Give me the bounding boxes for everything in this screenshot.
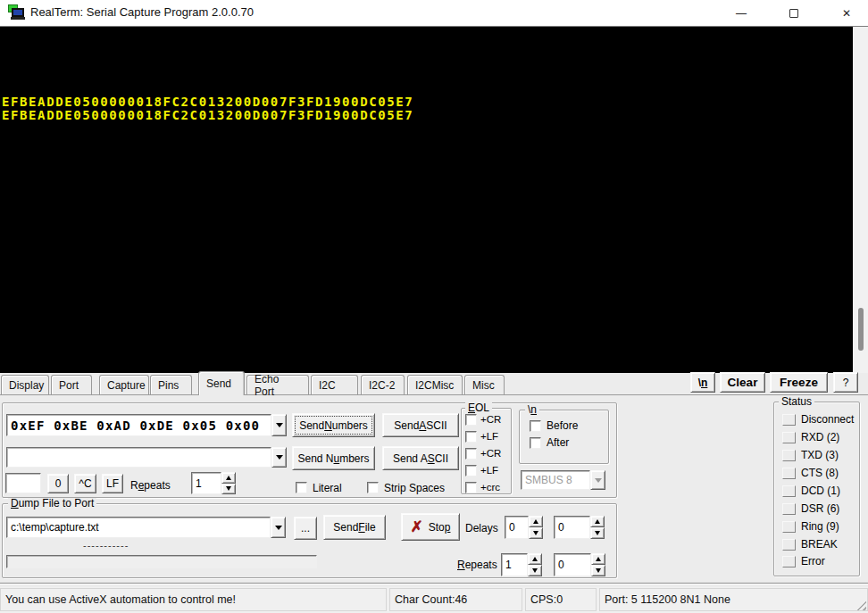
delay-value-2[interactable]: 0 xyxy=(554,516,590,539)
strip-spaces-label[interactable]: Strip Spaces xyxy=(384,482,445,494)
combo-dropdown-button[interactable] xyxy=(271,447,287,468)
literal-checkbox[interactable] xyxy=(296,482,307,493)
smbus-value: SMBUS 8 xyxy=(521,470,590,490)
eol-cr2-label[interactable]: +CR xyxy=(480,448,501,459)
eol-crc-label[interactable]: +crc xyxy=(480,482,500,493)
dcd-led xyxy=(782,485,796,497)
dump-file-value[interactable]: c:\temp\capture.txt xyxy=(6,517,271,538)
tab-capture[interactable]: Capture xyxy=(99,375,149,394)
literal-label[interactable]: Literal xyxy=(313,482,342,494)
delay-stepper-1[interactable]: 0 xyxy=(505,516,543,539)
maximize-button[interactable] xyxy=(773,0,814,26)
send-ascii-combo[interactable] xyxy=(6,447,287,468)
send-file-button[interactable]: Send File xyxy=(323,515,386,540)
send-zero-button[interactable]: 0 xyxy=(47,474,69,493)
send-numbers-button-2[interactable]: Send Numbers xyxy=(292,446,375,470)
stop-button[interactable]: ✗ Stop xyxy=(401,513,460,541)
send-numbers-button-1[interactable]: Send Numbers xyxy=(292,413,375,437)
chevron-down-icon xyxy=(275,526,282,530)
combo-dropdown-button xyxy=(590,470,605,490)
spin-up-icon[interactable] xyxy=(529,516,543,527)
send-numbers-value[interactable]: 0xEF 0xBE 0xAD 0xDE 0x05 0x00 xyxy=(6,414,271,436)
spin-down-icon[interactable] xyxy=(591,565,605,576)
statusbar-cps: CPS:0 xyxy=(525,588,597,611)
eol-lf2-label[interactable]: +LF xyxy=(480,465,498,476)
dump-file-combo[interactable]: c:\temp\capture.txt xyxy=(6,517,286,538)
spin-down-icon[interactable] xyxy=(590,527,605,539)
tab-misc[interactable]: Misc xyxy=(464,375,505,394)
tab-send[interactable]: Send xyxy=(198,371,245,395)
browse-button[interactable]: ... xyxy=(294,517,317,540)
send-ascii-value[interactable] xyxy=(6,447,271,468)
dsr-led xyxy=(782,503,796,515)
delay-value-1[interactable]: 0 xyxy=(505,516,529,539)
eol-group-label: EOL xyxy=(465,402,492,413)
spin-down-icon[interactable] xyxy=(528,565,542,576)
panel-separator xyxy=(0,583,868,584)
scrollbar-thumb[interactable] xyxy=(858,308,864,351)
send-ctrl-c-button[interactable]: ^C xyxy=(74,474,96,493)
newline-before-label[interactable]: Before xyxy=(547,419,578,432)
char-input[interactable] xyxy=(5,473,41,493)
newline-after-checkbox[interactable] xyxy=(530,437,541,449)
tab-i2c[interactable]: I2C xyxy=(311,375,358,394)
eol-cr1-label[interactable]: +CR xyxy=(480,414,501,425)
newline-button[interactable]: \n xyxy=(690,372,715,393)
close-button[interactable]: ✕ xyxy=(826,0,867,26)
newline-group-label: \n xyxy=(525,404,539,415)
freeze-button[interactable]: Freeze xyxy=(770,372,828,393)
send-ascii-button-1[interactable]: Send ASCII xyxy=(382,413,459,437)
disconnect-led xyxy=(782,414,796,426)
dump-repeats-value-1[interactable]: 1 xyxy=(501,553,528,576)
repeats-stepper[interactable]: 1 xyxy=(191,472,236,494)
repeats-value[interactable]: 1 xyxy=(191,472,221,494)
clear-button[interactable]: Clear xyxy=(720,372,765,393)
combo-dropdown-button[interactable] xyxy=(271,517,286,538)
tab-i2c-2[interactable]: I2C-2 xyxy=(361,375,405,394)
minimize-button[interactable]: — xyxy=(721,0,762,26)
tab-i2cmisc[interactable]: I2CMisc xyxy=(407,375,463,394)
delay-stepper-2[interactable]: 0 xyxy=(554,516,605,539)
terminal-display[interactable]: EFBEADDE0500000018FC2C013200D007F3FD1900… xyxy=(0,27,853,373)
eol-lf2-checkbox[interactable] xyxy=(465,465,477,476)
tab-echo-port[interactable]: Echo Port xyxy=(246,375,309,394)
eol-crc-checkbox[interactable] xyxy=(465,482,477,493)
dump-repeats-value-2[interactable]: 0 xyxy=(554,553,591,576)
tab-pins[interactable]: Pins xyxy=(150,375,192,394)
newline-before-checkbox[interactable] xyxy=(530,420,541,432)
send-lf-button[interactable]: LF xyxy=(102,474,123,493)
spin-up-icon[interactable] xyxy=(528,553,542,565)
newline-after-label[interactable]: After xyxy=(547,436,569,449)
spin-down-icon[interactable] xyxy=(529,527,543,539)
dump-repeats-label: Repeats xyxy=(457,559,497,571)
txd-led xyxy=(782,450,796,461)
stop-x-icon: ✗ xyxy=(411,518,423,536)
chevron-down-icon xyxy=(276,455,283,460)
status-group-label: Status xyxy=(779,396,814,407)
strip-spaces-checkbox[interactable] xyxy=(367,482,379,493)
help-button[interactable]: ? xyxy=(833,372,858,393)
terminal-scrollbar[interactable] xyxy=(853,27,868,373)
eol-cr2-checkbox[interactable] xyxy=(465,448,477,460)
status-item-rxd: RXD (2) xyxy=(801,431,839,443)
terminal-line: EFBEADDE0500000018FC2C013200D007F3FD1900… xyxy=(2,109,853,122)
status-item-dcd: DCD (1) xyxy=(801,485,840,497)
close-icon: ✕ xyxy=(842,7,851,20)
eol-lf1-checkbox[interactable] xyxy=(465,431,477,443)
eol-lf1-label[interactable]: +LF xyxy=(480,431,498,442)
tab-display[interactable]: Display xyxy=(1,375,49,394)
chevron-down-icon xyxy=(595,478,602,483)
status-item-dsr: DSR (6) xyxy=(801,502,839,515)
send-ascii-button-2[interactable]: Send ASCII xyxy=(382,446,459,470)
delays-label: Delays xyxy=(465,522,498,534)
dump-repeats-stepper-1[interactable]: 1 xyxy=(501,553,542,576)
spin-down-icon[interactable] xyxy=(221,484,236,495)
dump-repeats-stepper-2[interactable]: 0 xyxy=(554,553,605,576)
eol-cr1-checkbox[interactable] xyxy=(465,414,477,426)
spin-up-icon[interactable] xyxy=(590,516,605,527)
tab-port[interactable]: Port xyxy=(51,375,92,394)
send-numbers-combo[interactable]: 0xEF 0xBE 0xAD 0xDE 0x05 0x00 xyxy=(6,414,287,436)
spin-up-icon[interactable] xyxy=(591,553,605,565)
combo-dropdown-button[interactable] xyxy=(271,414,287,436)
spin-up-icon[interactable] xyxy=(221,472,236,484)
